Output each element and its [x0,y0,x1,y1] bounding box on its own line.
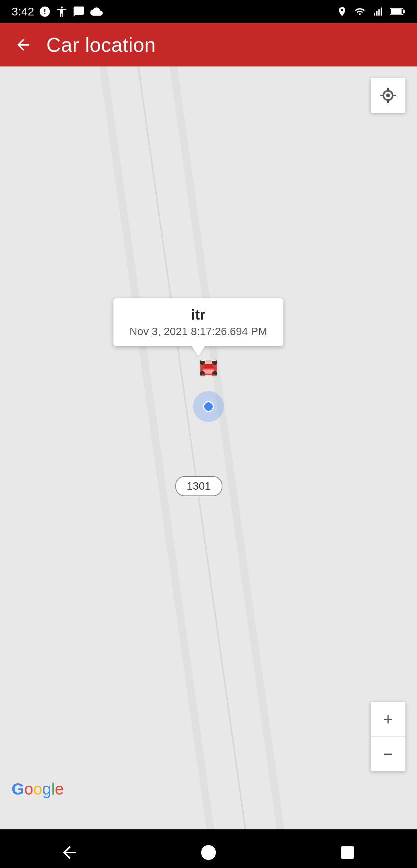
zoom-out-button[interactable]: − [371,737,405,771]
location-dot-inner [203,401,214,412]
google-logo-o2: o [33,780,42,798]
status-bar-right [337,5,405,18]
nav-recents-icon [339,844,356,861]
status-bar: 3:42 [0,0,417,23]
back-button[interactable] [12,33,35,56]
crosshair-icon [379,86,397,105]
google-logo-l: l [51,780,55,798]
svg-point-25 [201,845,216,860]
location-dot-outer [193,391,224,422]
app-bar: Car location [0,23,417,66]
svg-rect-18 [212,374,216,376]
map-view[interactable]: itr Nov 3, 2021 8:17:26.694 PM [0,66,417,829]
svg-rect-0 [374,13,375,16]
svg-rect-9 [203,364,214,368]
zoom-controls[interactable]: + − [371,702,405,771]
info-bubble-title: itr [192,307,205,323]
svg-rect-16 [212,360,216,361]
road-inner [92,66,314,829]
accessibility-icon [56,5,68,18]
nav-home-icon [200,844,217,861]
road-badge: 1301 [175,476,222,496]
nav-home-button[interactable] [189,839,228,866]
zoom-in-button[interactable]: + [371,702,405,737]
media-icon [73,5,85,18]
car-icon [193,352,224,383]
svg-rect-26 [341,846,354,859]
location-status-icon [337,5,348,18]
notification-icon [39,5,51,18]
location-marker [193,391,224,422]
svg-rect-3 [381,8,382,16]
svg-rect-1 [376,11,378,16]
back-arrow-icon [14,36,32,54]
my-location-button[interactable] [371,78,405,113]
car-marker[interactable] [193,352,224,385]
google-logo-g: G [12,780,24,798]
svg-rect-15 [201,360,205,361]
info-bubble-subtitle: Nov 3, 2021 8:17:26.694 PM [129,325,267,338]
nav-recents-button[interactable] [328,839,367,866]
road-element [84,66,322,829]
svg-rect-6 [391,9,402,14]
info-bubble[interactable]: itr Nov 3, 2021 8:17:26.694 PM [114,298,283,346]
svg-rect-17 [201,374,205,376]
google-logo: Google [12,780,64,798]
status-bar-left: 3:42 [12,5,103,18]
wifi-icon [353,6,367,17]
google-logo-g2: g [42,780,51,798]
nav-bar [0,829,417,868]
svg-point-24 [386,94,390,97]
svg-rect-5 [403,10,405,13]
battery-icon [390,7,405,16]
signal-icon [372,6,385,17]
status-time: 3:42 [12,5,34,18]
nav-back-icon [60,843,79,862]
nav-back-button[interactable] [50,839,89,866]
page-title: Car location [46,33,156,56]
google-logo-e: e [55,780,64,798]
google-logo-o1: o [24,780,33,798]
cloud-icon [90,5,103,18]
svg-rect-2 [378,9,380,15]
